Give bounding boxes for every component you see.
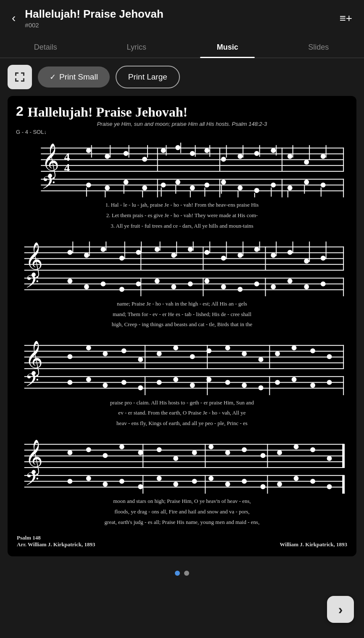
svg-rect-183: [24, 388, 344, 389]
svg-rect-230: [342, 444, 343, 468]
svg-point-60: [175, 180, 180, 185]
staff-svg-2: 𝄞: [16, 238, 348, 296]
lyrics-line-3-2: ev - er stand. From the earth, O Praise …: [16, 409, 348, 417]
svg-rect-42: [209, 145, 210, 157]
svg-point-140: [155, 278, 160, 283]
svg-rect-232: [24, 475, 344, 476]
staff-section-4: 𝄞: [16, 436, 348, 530]
svg-point-242: [173, 482, 178, 487]
svg-point-166: [157, 351, 162, 356]
svg-rect-120: [160, 242, 161, 251]
svg-point-251: [327, 484, 332, 489]
svg-rect-34: [343, 148, 344, 172]
svg-rect-113: [265, 246, 266, 270]
lyrics-line-2-3: high, Creep - ing things and beasts and …: [16, 320, 348, 329]
lyrics-line-3-1: praise pro - claim. All His hosts to - g…: [16, 399, 348, 407]
svg-rect-116: [89, 242, 90, 256]
tab-music[interactable]: Music: [182, 37, 273, 58]
svg-rect-124: [226, 242, 227, 259]
svg-point-197: [275, 380, 280, 385]
svg-rect-36: [110, 145, 111, 158]
svg-point-211: [67, 450, 72, 455]
svg-point-101: [171, 253, 176, 258]
svg-point-249: [294, 476, 299, 481]
song-sheet-subtitle: Praise ye Him, sun and moon; praise Him …: [16, 121, 348, 127]
svg-text:𝄢: 𝄢: [25, 469, 39, 493]
next-button[interactable]: ›: [327, 596, 354, 623]
header-left: ‹ Hallelujah! Praise Jehovah #002: [8, 8, 164, 29]
svg-point-149: [304, 284, 309, 289]
svg-rect-207: [24, 455, 344, 456]
back-button[interactable]: ‹: [8, 11, 19, 26]
svg-point-215: [138, 450, 143, 455]
svg-point-222: [261, 453, 266, 458]
pagination-dot-2[interactable]: [184, 571, 189, 576]
svg-rect-8: [41, 148, 344, 149]
svg-point-30: [321, 154, 326, 159]
svg-rect-37: [129, 145, 129, 158]
svg-point-68: [304, 180, 309, 185]
header: ‹ Hallelujah! Praise Jehovah #002 ≡+: [0, 0, 364, 33]
svg-point-63: [221, 180, 226, 185]
staff-section-3: 𝄞: [16, 337, 348, 431]
svg-point-196: [258, 385, 264, 391]
svg-point-95: [67, 250, 72, 255]
svg-point-243: [192, 479, 197, 484]
svg-rect-204: [343, 376, 344, 395]
svg-point-16: [86, 148, 91, 153]
svg-point-150: [321, 281, 326, 286]
svg-rect-128: [293, 242, 293, 253]
svg-rect-118: [124, 242, 125, 259]
svg-point-22: [190, 151, 195, 156]
svg-rect-119: [141, 242, 142, 253]
svg-rect-3: [23, 72, 24, 76]
svg-point-107: [271, 253, 276, 258]
pagination-dot-1[interactable]: [175, 571, 180, 576]
svg-rect-117: [106, 242, 106, 251]
svg-rect-48: [309, 145, 310, 160]
svg-rect-47: [293, 145, 293, 158]
svg-point-103: [204, 250, 209, 255]
svg-point-218: [192, 450, 197, 455]
svg-rect-41: [195, 145, 196, 157]
svg-point-100: [155, 247, 160, 252]
svg-rect-81: [271, 188, 272, 197]
svg-point-246: [242, 479, 247, 484]
fullscreen-button[interactable]: [8, 65, 32, 89]
lyrics-line-3-3: heav - ens fly, Kings of earth, and all …: [16, 419, 348, 428]
menu-button[interactable]: ≡+: [336, 10, 356, 27]
lyrics-line-4-1: moon and stars on high; Praise Him, O ye…: [16, 497, 348, 506]
svg-point-248: [277, 482, 282, 487]
svg-point-24: [221, 157, 226, 162]
svg-rect-121: [176, 242, 177, 256]
svg-point-174: [292, 346, 297, 351]
svg-rect-151: [140, 277, 141, 296]
svg-rect-253: [205, 475, 206, 494]
sheet-music: 2 Hallelujah! Praise Jehovah! Praise ye …: [16, 104, 348, 548]
svg-rect-201: [145, 376, 145, 395]
svg-rect-122: [193, 242, 194, 251]
page-title: Hallelujah! Praise Jehovah: [25, 8, 163, 21]
svg-rect-76: [190, 190, 191, 197]
svg-rect-7: [23, 78, 24, 82]
toolbar: ✓ Print Small Print Large: [0, 58, 364, 96]
svg-point-188: [121, 380, 127, 385]
svg-point-56: [105, 186, 110, 191]
svg-point-175: [310, 348, 315, 354]
pagination: [0, 565, 364, 580]
staff-svg-3: 𝄞: [16, 337, 348, 395]
svg-rect-40: [180, 143, 181, 153]
svg-point-108: [288, 250, 293, 255]
svg-rect-87: [282, 179, 282, 197]
lyrics-row-3: praise pro - claim. All His hosts to - g…: [16, 395, 348, 431]
svg-rect-203: [269, 376, 270, 395]
tab-details[interactable]: Details: [0, 37, 91, 58]
lyrics-line-2-1: name; Praise Je - ho - vah in the high -…: [16, 300, 348, 308]
svg-point-97: [100, 247, 106, 252]
tab-slides[interactable]: Slides: [273, 37, 364, 58]
svg-rect-231: [343, 444, 345, 468]
tab-lyrics[interactable]: Lyrics: [91, 37, 182, 58]
svg-point-240: [138, 484, 143, 489]
print-small-button[interactable]: ✓ Print Small: [38, 66, 110, 88]
print-large-button[interactable]: Print Large: [116, 66, 180, 88]
